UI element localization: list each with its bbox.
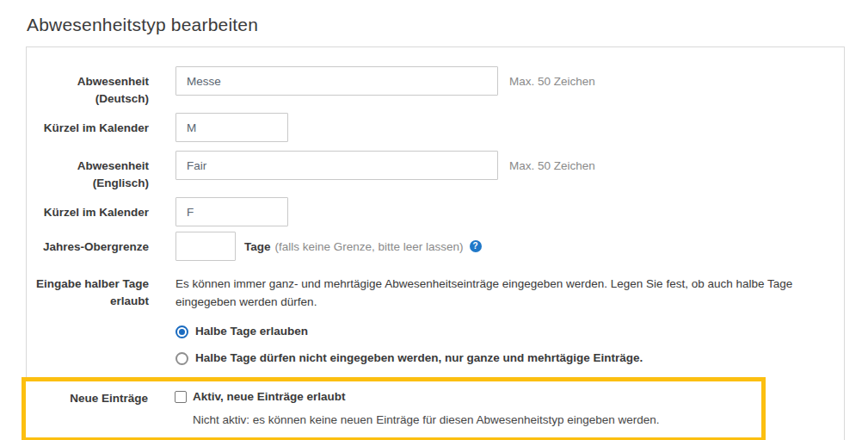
field-label-new-entries: Neue Einträge <box>26 389 148 407</box>
radio-label-half-days-allowed[interactable]: Halbe Tage erlauben <box>195 324 308 339</box>
row-absence-english: Abwesenheit (Englisch) Max. 50 Zeichen <box>27 151 844 192</box>
calendar-code-german-input[interactable] <box>175 113 288 142</box>
field-label-half-days: Eingabe halber Tage erlaubt <box>27 269 149 310</box>
field-label-absence-german: Abwesenheit (Deutsch) <box>27 66 149 108</box>
radio-icon[interactable] <box>175 325 188 338</box>
radio-label-half-days-not-allowed[interactable]: Halbe Tage dürfen nicht eingegeben werde… <box>195 350 643 366</box>
radio-option-half-days-allowed[interactable]: Halbe Tage erlauben <box>175 324 844 339</box>
max-chars-hint: Max. 50 Zeichen <box>509 159 595 172</box>
highlighted-section-new-entries: Neue Einträge Aktiv, neue Einträge erlau… <box>22 377 766 440</box>
row-code-german: Kürzel im Kalender <box>27 113 844 142</box>
half-days-radio-group: Halbe Tage erlauben Halbe Tage dürfen ni… <box>175 324 844 366</box>
absence-english-input[interactable] <box>175 151 498 180</box>
active-checkbox-row[interactable]: Aktiv, neue Einträge erlaubt <box>175 389 761 405</box>
row-yearly-limit: Jahres-Obergrenze Tage (falls keine Gren… <box>27 232 844 261</box>
calendar-code-english-input[interactable] <box>175 197 288 226</box>
field-label-code-english: Kürzel im Kalender <box>27 197 149 221</box>
field-label-absence-english: Abwesenheit (Englisch) <box>27 151 149 192</box>
edit-form-panel: Abwesenheit (Deutsch) Max. 50 Zeichen Kü… <box>26 46 845 440</box>
radio-option-half-days-not-allowed[interactable]: Halbe Tage dürfen nicht eingegeben werde… <box>175 350 844 366</box>
field-label-code-german: Kürzel im Kalender <box>27 113 149 137</box>
active-checkbox-label[interactable]: Aktiv, neue Einträge erlaubt <box>193 389 346 405</box>
row-code-english: Kürzel im Kalender <box>27 197 844 226</box>
half-days-description: Es können immer ganz- und mehrtägige Abw… <box>175 269 816 311</box>
absence-german-input[interactable] <box>175 66 498 96</box>
unit-label: Tage <box>244 240 271 253</box>
radio-icon[interactable] <box>175 352 188 365</box>
new-entries-note: Nicht aktiv: es können keine neuen Eintr… <box>193 412 761 428</box>
yearly-limit-input[interactable] <box>175 232 236 261</box>
row-new-entries: Neue Einträge Aktiv, neue Einträge erlau… <box>26 389 761 428</box>
row-absence-german: Abwesenheit (Deutsch) Max. 50 Zeichen <box>27 66 844 108</box>
yearly-limit-hint: (falls keine Grenze, bitte leer lassen) <box>275 240 464 253</box>
row-half-days: Eingabe halber Tage erlaubt Es können im… <box>27 269 844 377</box>
max-chars-hint: Max. 50 Zeichen <box>509 75 595 88</box>
active-checkbox[interactable] <box>175 391 187 403</box>
field-label-yearly-limit: Jahres-Obergrenze <box>27 232 149 256</box>
question-mark-circle-icon[interactable]: ? <box>470 240 482 252</box>
page: Abwesenheitstyp bearbeiten Abwesenheit (… <box>0 0 868 440</box>
page-title: Abwesenheitstyp bearbeiten <box>26 0 868 46</box>
